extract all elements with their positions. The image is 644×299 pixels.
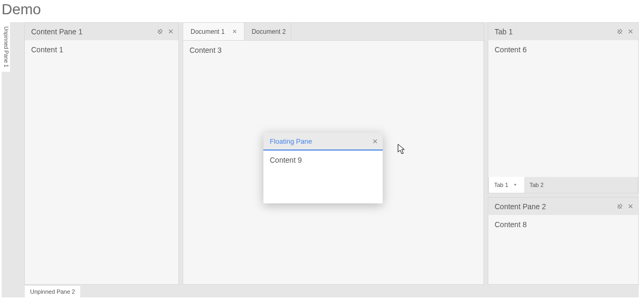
tab-label: Document 2 xyxy=(252,28,286,35)
content-pane-2-title: Content Pane 2 xyxy=(495,202,616,211)
content-pane-1-header[interactable]: Content Pane 1 xyxy=(25,23,178,40)
content-pane-2: Content Pane 2 Content 8 xyxy=(488,197,639,285)
content-pane-1: Content Pane 1 Content 1 xyxy=(24,22,179,285)
pin-icon[interactable] xyxy=(616,203,623,210)
tab-group-top-body: Content 6 xyxy=(488,40,638,177)
close-icon[interactable] xyxy=(167,28,174,35)
tab-label: Tab 1 xyxy=(494,182,508,188)
dock-manager: Unpinned Pane 1 Content Pane 1 Content 1 xyxy=(2,22,639,297)
content-pane-2-body: Content 8 xyxy=(488,215,638,284)
pin-icon[interactable] xyxy=(156,28,164,35)
left-column: Content Pane 1 Content 1 xyxy=(24,22,179,285)
content-pane-2-header[interactable]: Content Pane 2 xyxy=(488,198,638,215)
splitter-vertical[interactable] xyxy=(484,22,488,285)
document-tabs: Document 1 Document 2 xyxy=(183,23,484,40)
tab-group-top: Tab 1 Content 6 Tab 1 xyxy=(488,22,639,193)
floating-pane[interactable]: Floating Pane Content 9 xyxy=(263,133,383,203)
tab-tab2[interactable]: Tab 2 xyxy=(524,177,549,193)
splitter-horizontal[interactable] xyxy=(488,193,639,197)
pin-icon[interactable] xyxy=(616,28,623,35)
floating-pane-title: Floating Pane xyxy=(270,137,371,145)
splitter-vertical[interactable] xyxy=(179,22,183,285)
tab-document-2[interactable]: Document 2 xyxy=(244,23,292,40)
tab-group-top-title: Tab 1 xyxy=(495,27,616,36)
close-icon[interactable] xyxy=(371,137,378,145)
chevron-down-icon[interactable] xyxy=(512,181,519,189)
page-title: Demo xyxy=(0,0,644,22)
tab-label: Document 1 xyxy=(191,28,225,35)
tab-label: Tab 2 xyxy=(529,182,544,188)
floating-pane-body: Content 9 xyxy=(263,151,383,203)
tab-document-1[interactable]: Document 1 xyxy=(183,23,244,41)
tab-group-tab-strip: Tab 1 Tab 2 xyxy=(488,177,638,193)
close-icon[interactable] xyxy=(627,203,634,210)
unpinned-tab-bottom[interactable]: Unpinned Pane 2 xyxy=(25,286,80,297)
floating-pane-header[interactable]: Floating Pane xyxy=(263,133,383,151)
tab-group-top-header[interactable]: Tab 1 xyxy=(488,23,638,40)
unpinned-tab-left[interactable]: Unpinned Pane 1 xyxy=(2,22,10,72)
close-icon[interactable] xyxy=(231,28,239,35)
right-column: Tab 1 Content 6 Tab 1 xyxy=(488,22,639,285)
tab-tab1[interactable]: Tab 1 xyxy=(489,177,524,193)
content-pane-1-body: Content 1 xyxy=(25,40,178,284)
close-icon[interactable] xyxy=(627,28,634,35)
content-pane-1-title: Content Pane 1 xyxy=(31,27,156,36)
